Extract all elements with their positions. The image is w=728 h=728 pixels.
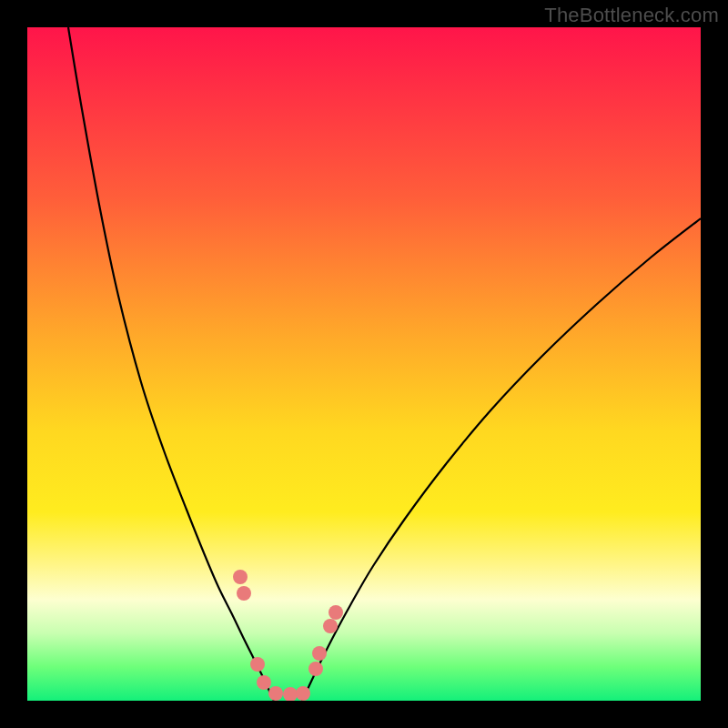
data-marker xyxy=(250,657,265,672)
data-marker xyxy=(296,686,310,701)
data-marker xyxy=(308,662,323,676)
data-marker xyxy=(312,646,327,661)
data-marker xyxy=(237,586,251,601)
chart-overlay xyxy=(27,27,701,701)
chart-plot-area xyxy=(27,27,701,701)
chart-frame: TheBottleneck.com xyxy=(0,0,728,728)
watermark-text: TheBottleneck.com xyxy=(544,4,719,27)
data-marker xyxy=(329,605,343,620)
data-marker xyxy=(283,687,298,701)
data-marker xyxy=(323,619,338,633)
data-markers xyxy=(233,570,343,701)
data-marker xyxy=(233,570,248,584)
data-marker xyxy=(257,675,271,690)
data-marker xyxy=(268,686,283,701)
curve-right xyxy=(302,218,701,701)
